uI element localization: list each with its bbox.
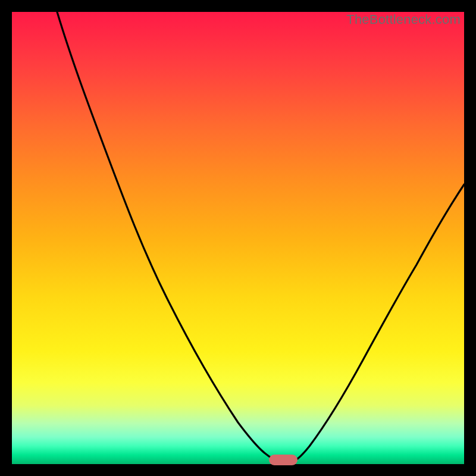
bottleneck-curve <box>12 12 464 464</box>
optimum-marker <box>269 455 298 465</box>
curve-path <box>57 12 464 463</box>
plot-area: TheBottleneck.com <box>12 12 464 464</box>
chart-frame: TheBottleneck.com <box>0 0 476 476</box>
